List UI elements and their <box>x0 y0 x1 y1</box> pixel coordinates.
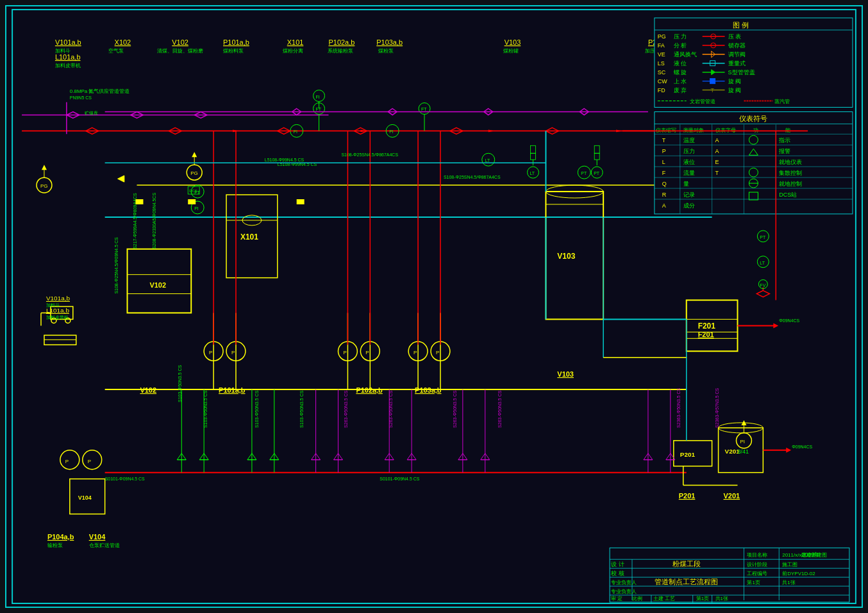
svg-text:PI: PI <box>740 439 745 445</box>
svg-text:S2363-Φ57N3.5 CS: S2363-Φ57N3.5 CS <box>715 388 719 427</box>
svg-text:加料皮带机: 加料皮带机 <box>46 315 69 320</box>
svg-text:0.8MPa 氮气供应管道管道: 0.8MPa 氮气供应管道管道 <box>70 88 130 94</box>
svg-text:P: P <box>65 459 69 464</box>
svg-text:A: A <box>662 202 666 209</box>
svg-text:仓泵贮送管道: 仓泵贮送管道 <box>89 543 120 548</box>
svg-text:旋  阀: 旋 阀 <box>728 78 742 85</box>
svg-text:共1张: 共1张 <box>782 580 795 585</box>
svg-rect-177 <box>710 79 715 84</box>
svg-text:V102: V102 <box>140 386 156 394</box>
svg-text:T: T <box>662 137 666 143</box>
svg-text:审  定: 审 定 <box>611 596 622 601</box>
svg-text:成分: 成分 <box>683 202 695 209</box>
svg-text:P103a,b: P103a,b <box>415 386 442 394</box>
svg-text:PG: PG <box>40 183 48 189</box>
svg-text:P201: P201 <box>679 492 696 500</box>
svg-text:X101: X101 <box>287 38 304 46</box>
svg-text:A: A <box>715 137 719 143</box>
svg-text:第1页: 第1页 <box>747 580 760 585</box>
svg-text:废  弃: 废 弃 <box>674 87 687 94</box>
svg-text:输粉泵: 输粉泵 <box>47 543 63 548</box>
svg-text:压力: 压力 <box>683 148 695 154</box>
svg-text:L: L <box>662 159 665 165</box>
svg-text:施工图: 施工图 <box>782 562 797 568</box>
svg-text:PN9N5 CS: PN9N5 CS <box>70 95 92 100</box>
svg-text:P: P <box>365 350 369 356</box>
svg-text:第1页: 第1页 <box>696 596 709 601</box>
svg-text:液  位: 液 位 <box>674 60 687 67</box>
svg-text:LT: LT <box>485 158 490 163</box>
svg-text:FT: FT <box>421 107 427 111</box>
svg-text:重量式: 重量式 <box>728 60 746 67</box>
svg-text:PT: PT <box>760 235 766 240</box>
svg-text:PG: PG <box>190 170 198 176</box>
svg-text:S103-Φ50N3.5 CS: S103-Φ50N3.5 CS <box>255 390 259 428</box>
svg-text:煤粉料泵: 煤粉料泵 <box>223 48 244 54</box>
drawing-area: V101a,b 加料斗 L101a,b 加料皮带机 X102 空气泵 V102 … <box>5 5 863 608</box>
main-container: V101a,b 加料斗 L101a,b 加料皮带机 X102 空气泵 V102 … <box>0 0 868 613</box>
svg-text:前DYPV1D-02: 前DYPV1D-02 <box>782 571 815 576</box>
svg-text:P201: P201 <box>680 451 696 458</box>
svg-text:文岩管管道: 文岩管管道 <box>690 99 715 104</box>
svg-text:液位: 液位 <box>683 159 695 165</box>
svg-text:土建 工艺: 土建 工艺 <box>653 596 675 601</box>
svg-text:旋  阀: 旋 阀 <box>728 87 742 94</box>
svg-text:流量: 流量 <box>683 170 695 176</box>
svg-text:S263-Φ50N3.5 CS: S263-Φ50N3.5 CS <box>344 390 348 428</box>
svg-text:空气泵: 空气泵 <box>108 48 124 54</box>
svg-text:X101: X101 <box>240 233 258 241</box>
svg-text:F: F <box>662 170 666 176</box>
svg-text:FA: FA <box>658 42 665 49</box>
svg-text:S0101-Φ09N4.5 CS: S0101-Φ09N4.5 CS <box>380 477 419 481</box>
svg-text:系统输粉泵: 系统输粉泵 <box>328 48 353 54</box>
svg-text:FD: FD <box>658 87 665 94</box>
svg-text:P: P <box>413 350 417 356</box>
svg-text:V103: V103 <box>557 252 575 261</box>
svg-text:V104: V104 <box>89 533 106 541</box>
svg-text:L101a,b: L101a,b <box>55 53 81 61</box>
svg-text:P: P <box>436 350 439 356</box>
svg-text:煤粉分离: 煤粉分离 <box>283 48 303 54</box>
svg-text:通风换气: 通风换气 <box>674 51 697 58</box>
svg-text:T: T <box>715 170 719 176</box>
svg-text:P101a,b: P101a,b <box>223 38 249 46</box>
svg-text:V101a,b: V101a,b <box>55 38 81 46</box>
svg-text:共1张: 共1张 <box>715 596 728 601</box>
svg-text:专业负责人: 专业负责人 <box>611 580 637 585</box>
svg-text:F201: F201 <box>698 331 714 338</box>
svg-text:加料皮带机: 加料皮带机 <box>55 63 81 69</box>
svg-text:FI: FI <box>294 129 297 134</box>
svg-text:P: P <box>231 350 235 356</box>
svg-rect-361 <box>297 199 305 204</box>
svg-text:PI: PI <box>389 129 394 134</box>
svg-text:3/41: 3/41 <box>737 448 748 455</box>
svg-text:指示: 指示 <box>778 137 790 143</box>
svg-text:PT: PT <box>594 171 600 176</box>
main-diagram: V101a,b 加料斗 L101a,b 加料皮带机 X102 空气泵 V102 … <box>6 6 862 607</box>
svg-text:专业负责人: 专业负责人 <box>611 589 637 594</box>
svg-text:E: E <box>715 159 719 165</box>
svg-text:P: P <box>343 350 346 356</box>
svg-text:温度: 温度 <box>683 137 695 143</box>
svg-text:F201: F201 <box>698 322 716 331</box>
svg-text:PG: PG <box>658 33 666 40</box>
svg-text:PI: PI <box>194 206 199 211</box>
svg-text:螺  旋: 螺 旋 <box>674 69 687 76</box>
svg-text:集散控制: 集散控制 <box>779 170 802 176</box>
svg-text:量: 量 <box>683 181 689 187</box>
svg-text:P104a,b: P104a,b <box>47 533 74 541</box>
svg-text:校  核: 校 核 <box>610 570 624 576</box>
svg-text:FI: FI <box>316 95 320 99</box>
svg-text:Φ09N4CS: Φ09N4CS <box>779 318 799 323</box>
svg-text:调节阀: 调节阀 <box>728 51 746 58</box>
svg-text:贮煤库: 贮煤库 <box>85 111 98 115</box>
svg-text:工程编号: 工程编号 <box>747 571 767 576</box>
svg-text:V104: V104 <box>78 494 92 501</box>
svg-text:管道制点工艺流程图: 管道制点工艺流程图 <box>655 578 718 585</box>
svg-text:S263-Φ50N3.5 CS: S263-Φ50N3.5 CS <box>453 390 457 428</box>
svg-text:R: R <box>662 192 667 198</box>
svg-text:P103a,b: P103a,b <box>376 38 403 46</box>
svg-text:S208-Φ2330A5/Φ09N4.5CS: S208-Φ2330A5/Φ09N4.5CS <box>152 193 156 249</box>
svg-text:设  计: 设 计 <box>611 561 624 568</box>
svg-text:VE: VE <box>658 51 665 58</box>
